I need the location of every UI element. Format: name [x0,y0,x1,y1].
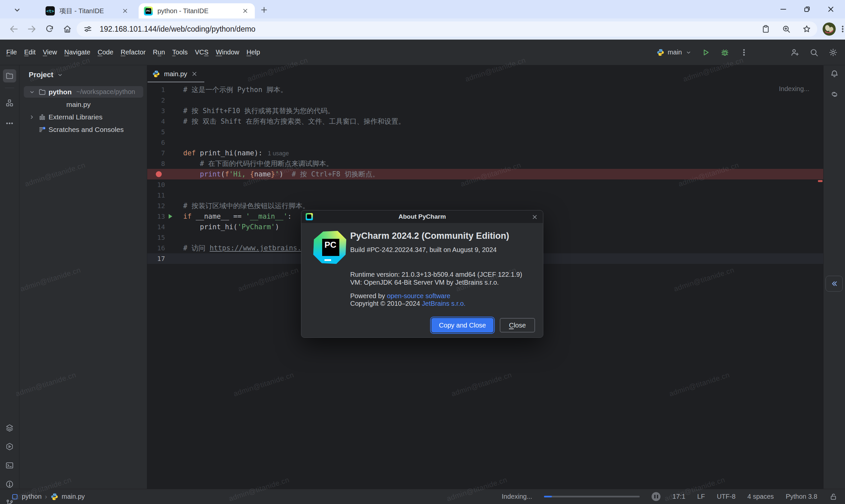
copy-link-icon[interactable] [761,24,770,34]
ai-assistant-button[interactable] [828,88,841,101]
notifications-button[interactable] [828,67,841,80]
code-line-4[interactable]: 4# 按 双击 Shift 在所有地方搜索类、文件、工具窗口、操作和设置。 [147,116,823,127]
line-separator-widget[interactable]: LF [697,493,705,500]
breadcrumb-project[interactable]: python [22,493,41,500]
code-line-3[interactable]: 3# 按 Shift+F10 执行或将其替换为您的代码。 [147,106,823,116]
menu-view[interactable]: View [39,49,61,56]
tab-close-icon[interactable] [191,71,198,77]
code-line-1[interactable]: 1# 这是一个示例 Python 脚本。 [147,85,823,95]
copy-and-close-button[interactable]: Copy and Close [432,318,493,332]
back-button[interactable] [8,24,19,34]
line-number[interactable]: 4 [147,116,165,127]
tree-item-external-libraries[interactable]: External Libraries [19,111,147,123]
pause-indexing-button[interactable] [652,492,661,501]
menu-window[interactable]: Window [212,49,243,56]
menu-run[interactable]: Run [149,49,169,56]
tree-item-scratches-and-consoles[interactable]: Scratches and Consoles [19,123,147,136]
open-source-software-link[interactable]: open-source software [387,292,450,300]
menu-edit[interactable]: Edit [20,49,39,56]
browser-tab-inactive[interactable]: <t> 项目 - TitanIDE [40,3,135,18]
line-number[interactable]: 11 [147,190,165,200]
menu-help[interactable]: Help [243,49,264,56]
profile-avatar[interactable] [823,22,836,36]
tree-item-main-py[interactable]: main.py [19,98,147,110]
line-number[interactable]: 14 [147,222,165,232]
code-line-9[interactable]: print(f'Hi, {name}') # 按 Ctrl+F8 切换断点。 [147,169,823,179]
menu-refactor[interactable]: Refactor [117,49,149,56]
code-line-6[interactable]: 6 [147,137,823,148]
tab-close-icon[interactable] [121,6,129,15]
menu-tools[interactable]: Tools [169,49,191,56]
terminal-button[interactable] [3,459,16,472]
restore-button[interactable] [802,4,812,14]
caret-position-widget[interactable]: 17:1 [672,493,685,500]
line-number[interactable]: 13 [147,211,165,222]
reload-button[interactable] [44,24,55,34]
line-number[interactable]: 7 [147,148,165,158]
code-with-me-icon[interactable] [790,47,800,58]
new-tab-button[interactable] [259,5,269,15]
services-button[interactable] [3,440,16,453]
code-line-12[interactable]: 12# 按装订区域中的绿色按钮以运行脚本。 [147,200,823,211]
code-line-2[interactable]: 2 [147,95,823,106]
home-button[interactable] [62,24,73,34]
run-gutter-icon[interactable] [166,212,174,220]
encoding-widget[interactable]: UTF-8 [717,493,736,500]
menu-file[interactable]: File [3,49,20,56]
hide-stripes-button[interactable] [826,276,843,292]
menu-code[interactable]: Code [94,49,117,56]
line-number[interactable]: 8 [147,158,165,169]
code-line-7[interactable]: 7def print_hi(name):1 usage [147,148,823,158]
browser-menu-icon[interactable] [838,24,845,34]
settings-gear-icon[interactable] [828,47,839,58]
line-number[interactable]: 2 [147,95,165,106]
jetbrains-link[interactable]: JetBrains s.r.o. [422,300,465,307]
url-text[interactable]: 192.168.101.144/ide/web/coding/python/de… [100,25,761,34]
editor-tab-mainpy[interactable]: main.py [147,65,204,83]
bookmark-star-icon[interactable] [802,24,811,34]
line-number[interactable]: 16 [147,243,165,253]
indent-widget[interactable]: 4 spaces [747,493,774,500]
menu-navigate[interactable]: Navigate [61,49,94,56]
breadcrumb-file[interactable]: main.py [62,493,85,500]
run-configuration-selector[interactable]: main [656,49,692,56]
line-number[interactable]: 12 [147,200,165,211]
line-number[interactable]: 10 [147,179,165,190]
lock-open-icon[interactable] [829,492,838,501]
code-line-5[interactable]: 5 [147,127,823,137]
interpreter-widget[interactable]: Python 3.8 [786,493,817,500]
menu-vcs[interactable]: VCS [191,49,212,56]
more-actions-icon[interactable] [739,47,749,58]
line-number[interactable]: 6 [147,137,165,148]
python-packages-button[interactable] [3,402,16,416]
code-line-10[interactable]: 10 [147,179,823,190]
tab-search-button[interactable] [11,4,23,16]
debug-button[interactable] [720,47,730,58]
address-bar[interactable]: 192.168.101.144/ide/web/coding/python/de… [76,21,817,37]
forward-button[interactable] [27,24,37,34]
zoom-page-icon[interactable] [781,24,791,34]
browser-tab-active[interactable]: PC python - TitanIDE [139,3,255,18]
minimize-button[interactable] [778,4,788,14]
close-window-button[interactable] [826,4,836,14]
error-stripe-breakpoint-mark[interactable] [818,180,823,182]
line-number[interactable]: 15 [147,232,165,243]
line-number[interactable]: 3 [147,106,165,116]
project-view-header[interactable]: Project [29,71,64,79]
breakpoint-dot[interactable] [156,171,162,177]
code-line-11[interactable]: 11 [147,190,823,200]
dialog-close-icon[interactable] [530,213,539,221]
search-everywhere-icon[interactable] [809,47,819,58]
line-number[interactable]: 5 [147,127,165,137]
project-folder-button[interactable] [3,69,16,83]
line-number[interactable]: 1 [147,85,165,95]
close-button[interactable]: Close [500,318,535,332]
more-horizontal-button[interactable] [3,117,16,130]
site-info-icon[interactable] [83,24,92,34]
layers-button[interactable] [3,421,16,434]
line-number[interactable]: 17 [147,253,165,264]
tree-item-python[interactable]: python~/workspace/python [19,86,147,98]
structure-button[interactable] [3,96,16,109]
run-button[interactable] [700,47,711,58]
tab-close-icon[interactable] [241,6,249,15]
